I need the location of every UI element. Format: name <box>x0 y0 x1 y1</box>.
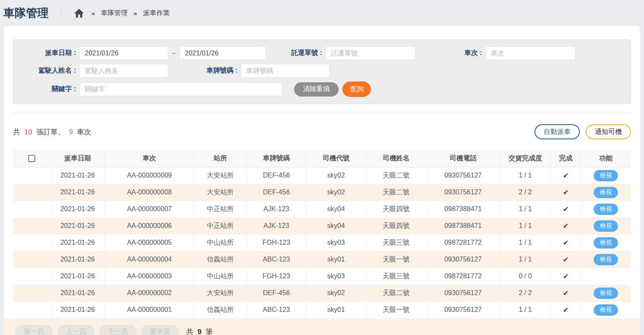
cell-action: 檢視 <box>581 201 631 217</box>
order-count: 10 <box>24 128 32 136</box>
cell-select <box>13 201 50 217</box>
cell-station: 信義站所 <box>194 301 247 318</box>
prev-page-button[interactable]: 上一頁 <box>57 325 95 335</box>
view-button[interactable]: 檢視 <box>594 187 618 198</box>
section-divider <box>13 113 631 113</box>
cell-plate-no: ABC-123 <box>247 301 306 318</box>
keyword-label: 關鍵字 : <box>13 85 79 94</box>
cell-driver-name: 天眼四號 <box>366 201 426 217</box>
cell-driver-name: 天眼四號 <box>366 217 426 234</box>
dispatch-date-to-input[interactable] <box>180 46 266 60</box>
cell-driver-phone: 0930756127 <box>426 285 500 301</box>
view-button[interactable]: 檢視 <box>594 170 618 181</box>
cell-driver-code: sky04 <box>306 201 366 217</box>
waybill-no-input[interactable] <box>326 46 415 60</box>
cell-done: ✔ <box>551 234 581 251</box>
cell-trip-no: AA-000000002 <box>104 285 194 301</box>
total-unit: 筆 <box>206 328 213 335</box>
table-header-row: 派車日期 車次 站所 車牌號碼 司機代號 司機姓名 司機電話 交貨完成度 完成 … <box>13 150 631 167</box>
total-prefix: 共 <box>186 328 193 335</box>
select-all-checkbox[interactable] <box>28 155 35 162</box>
view-button[interactable]: 檢視 <box>594 220 618 232</box>
cell-done: ✔ <box>551 301 581 318</box>
total-records: 共 9 筆 <box>186 325 213 335</box>
cell-dispatch-date: 2021-01-26 <box>50 268 104 285</box>
cell-done: ✔ <box>551 201 581 217</box>
done-check-icon: ✔ <box>563 306 568 314</box>
cell-driver-name: 天眼二號 <box>366 167 426 184</box>
view-button[interactable]: 檢視 <box>594 288 618 299</box>
dispatch-date-from-input[interactable] <box>79 46 168 60</box>
cell-action: 檢視 <box>581 167 631 184</box>
cell-done: ✔ <box>551 251 581 268</box>
table-row: 2021-01-26AA-000000002大安站所DEF-456sky02天眼… <box>13 285 631 301</box>
cell-trip-no: AA-000000007 <box>104 201 194 217</box>
first-page-button[interactable]: 第一頁 <box>15 325 53 335</box>
cell-trip-no: AA-000000006 <box>104 217 194 234</box>
waybill-no-label: 託運單號 : <box>266 49 326 58</box>
header-plate-no: 車牌號碼 <box>247 150 306 167</box>
cell-select <box>13 268 50 285</box>
view-button[interactable]: 檢視 <box>594 254 618 265</box>
cell-station: 中正站所 <box>194 217 247 234</box>
cell-completion: 2 / 2 <box>500 285 551 301</box>
driver-name-input[interactable] <box>79 64 168 78</box>
auto-dispatch-button[interactable]: 自動派車 <box>534 124 580 139</box>
done-check-icon: ✔ <box>563 205 568 213</box>
cell-select <box>13 301 50 318</box>
cell-driver-name: 天眼一號 <box>366 251 426 268</box>
cell-station: 中山站所 <box>194 234 247 251</box>
cell-driver-name: 天眼二號 <box>366 184 426 201</box>
home-icon[interactable] <box>74 9 84 18</box>
cell-dispatch-date: 2021-01-26 <box>50 217 104 234</box>
driver-name-label: 駕駛人姓名 : <box>13 66 79 75</box>
cell-driver-phone: 0987388471 <box>426 217 500 234</box>
view-button[interactable]: 檢視 <box>594 204 618 215</box>
plate-no-input[interactable] <box>241 64 330 78</box>
cell-plate-no: FGH-123 <box>247 234 306 251</box>
last-page-button[interactable]: 最末頁 <box>141 325 179 335</box>
header-dispatch-date: 派車日期 <box>50 150 104 167</box>
view-button[interactable]: 檢視 <box>594 304 618 316</box>
cell-done: ✔ <box>551 285 581 301</box>
header-station: 站所 <box>194 150 247 167</box>
table-row: 2021-01-26AA-000000009大安站所DEF-456sky02天眼… <box>13 167 631 184</box>
trip-unit: 車次 <box>77 128 91 136</box>
cell-completion: 2 / 2 <box>500 184 551 201</box>
done-check-icon: ✔ <box>563 289 568 297</box>
cell-plate-no: AJK-123 <box>247 201 306 217</box>
cell-plate-no: DEF-456 <box>247 184 306 201</box>
cell-dispatch-date: 2021-01-26 <box>50 301 104 318</box>
view-button[interactable]: 檢視 <box>594 237 618 249</box>
search-button[interactable]: 查詢 <box>342 81 371 97</box>
table-row: 2021-01-26AA-000000006中正站所AJK-123sky04天眼… <box>13 217 631 234</box>
cell-select <box>13 184 50 201</box>
cell-select <box>13 251 50 268</box>
reset-button[interactable]: 清除重填 <box>294 82 339 97</box>
trip-no-input[interactable] <box>485 46 575 60</box>
cell-completion: 0 / 0 <box>500 268 551 285</box>
breadcrumb-item-fleet[interactable]: 車隊管理 <box>101 9 128 18</box>
cell-done: ✔ <box>551 167 581 184</box>
plate-no-label: 車牌號碼 : <box>168 66 241 75</box>
done-check-icon: ✔ <box>563 172 568 180</box>
breadcrumb-item-dispatch[interactable]: 派車作業 <box>143 9 170 18</box>
notify-driver-button[interactable]: 通知司機 <box>586 124 631 139</box>
header-actions: 功能 <box>581 150 631 167</box>
cell-station: 中正站所 <box>194 201 247 217</box>
cell-station: 信義站所 <box>194 251 247 268</box>
action-buttons: 自動派車 通知司機 <box>534 124 631 139</box>
cell-select <box>13 217 50 234</box>
cell-trip-no: AA-000000008 <box>104 184 194 201</box>
top-bar: 車隊管理 » 車隊管理 » 派車作業 <box>0 0 644 26</box>
cell-select <box>13 167 50 184</box>
cell-completion: 1 / 1 <box>500 217 551 234</box>
done-check-icon: ✔ <box>563 256 568 264</box>
next-page-button[interactable]: 下一頁 <box>99 325 137 335</box>
cell-action: 檢視 <box>581 251 631 268</box>
cell-completion: 1 / 1 <box>500 301 551 318</box>
keyword-input[interactable] <box>79 82 282 96</box>
cell-plate-no: ABC-123 <box>247 251 306 268</box>
cell-action <box>581 268 631 285</box>
header-driver-name: 司機姓名 <box>366 150 426 167</box>
